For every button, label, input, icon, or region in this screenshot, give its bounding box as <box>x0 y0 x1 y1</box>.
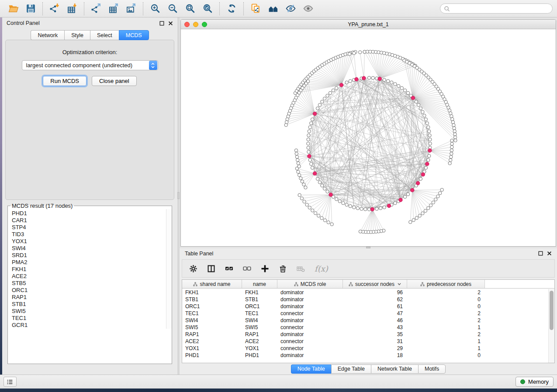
table-splitter-grip[interactable] <box>366 247 370 248</box>
table-row[interactable]: FKH1FKH1dominator962 <box>182 289 548 296</box>
table-row[interactable]: SWI5SWI5connector431 <box>182 324 548 331</box>
mcds-result-item[interactable]: PHD1 <box>12 210 172 217</box>
close-table-panel-icon[interactable] <box>547 251 552 256</box>
deselect-all-rows-button[interactable] <box>243 265 251 273</box>
table-cell: 18 <box>343 352 407 359</box>
close-panel-icon[interactable] <box>168 21 173 26</box>
table-tabs: Node TableEdge TableNetwork TableMotifs <box>180 363 557 375</box>
table-row[interactable]: PHD1PHD1dominator180 <box>182 352 548 359</box>
column-header-predecessor-nodes[interactable]: predecessor nodes <box>407 280 485 288</box>
table-scrollbar-thumb[interactable] <box>550 291 554 330</box>
tab-select[interactable]: Select <box>90 30 119 40</box>
window-minimize-icon[interactable] <box>193 22 198 27</box>
window-close-icon[interactable] <box>184 22 190 27</box>
splitter-grip[interactable] <box>177 192 180 199</box>
table-cell: 35 <box>343 331 407 338</box>
table-scrollbar[interactable] <box>548 289 554 363</box>
mcds-result-item[interactable]: PMA2 <box>12 259 172 266</box>
import-network-button[interactable] <box>46 2 63 16</box>
mcds-result-item[interactable]: SWI5 <box>12 308 172 315</box>
mcds-result-item[interactable]: FKH1 <box>12 266 172 273</box>
table-cell: dominator <box>277 303 343 310</box>
add-row-button[interactable] <box>261 265 269 273</box>
mcds-result-item[interactable]: YOX1 <box>12 238 172 245</box>
mcds-result-item[interactable]: CAR1 <box>12 217 172 224</box>
desktop-bottom-edge <box>0 389 557 392</box>
mcds-result-item[interactable]: STP4 <box>12 224 172 231</box>
tab-mcds[interactable]: MCDS <box>119 30 149 40</box>
save-session-button[interactable] <box>22 2 39 16</box>
table-panel-title: Table Panel <box>185 251 213 257</box>
mcds-list-scrollbar[interactable] <box>166 209 172 329</box>
mcds-hub-node <box>362 76 366 80</box>
tab-network-table[interactable]: Network Table <box>371 364 418 374</box>
tab-node-table[interactable]: Node Table <box>291 364 331 374</box>
mcds-hub-node <box>428 148 432 152</box>
new-network-from-selection-button[interactable] <box>247 2 264 16</box>
tab-motifs[interactable]: Motifs <box>418 364 446 374</box>
add-row-icon <box>261 265 269 273</box>
select-all-rows-button[interactable] <box>225 265 233 273</box>
table-row[interactable]: YOX1YOX1connector291 <box>182 345 548 352</box>
close-panel-button[interactable]: Close panel <box>92 76 137 86</box>
float-panel-icon[interactable] <box>159 21 164 26</box>
zoom-fit-button[interactable] <box>181 2 199 16</box>
show-all-button[interactable] <box>299 2 317 16</box>
mcds-result-item[interactable]: STB1 <box>12 301 172 308</box>
mcds-hub-node <box>329 193 333 197</box>
export-network-button[interactable] <box>87 2 105 16</box>
mcds-result-item[interactable]: TID3 <box>12 231 172 238</box>
run-mcds-button[interactable]: Run MCDS <box>43 76 86 86</box>
toolbar-group <box>143 2 216 15</box>
memory-button[interactable]: Memory <box>515 377 554 387</box>
search-input[interactable] <box>452 6 549 12</box>
mcds-result-item[interactable]: STB5 <box>12 280 172 287</box>
mcds-result-item[interactable]: ORC1 <box>12 287 172 294</box>
column-header-name[interactable]: name <box>242 280 277 288</box>
panel-splitter[interactable] <box>177 17 180 375</box>
table-splitter[interactable] <box>180 247 557 248</box>
tab-edge-table[interactable]: Edge Table <box>331 364 371 374</box>
zoom-out-button[interactable] <box>164 2 181 16</box>
mcds-result-item[interactable]: TEC1 <box>12 315 172 322</box>
mcds-result-item[interactable]: RAP1 <box>12 294 172 301</box>
zoom-selected-button[interactable] <box>199 2 216 16</box>
open-file-button[interactable] <box>4 2 22 16</box>
table-row[interactable]: TEC1TEC1connector472 <box>182 310 548 317</box>
network-canvas[interactable] <box>181 29 556 246</box>
optimization-select[interactable]: largest connected component (undirected) <box>22 60 158 70</box>
mcds-result-item[interactable]: ACE2 <box>12 273 172 280</box>
table-settings-button[interactable] <box>189 265 197 273</box>
export-table-button[interactable] <box>105 2 122 16</box>
table-cell: connector <box>277 310 343 317</box>
zoom-selected-icon <box>202 3 213 14</box>
table-row[interactable]: SWI4SWI4dominator462 <box>182 317 548 324</box>
tab-style[interactable]: Style <box>64 30 90 40</box>
table-cell: connector <box>277 324 343 331</box>
task-history-button[interactable] <box>3 377 17 387</box>
table-row[interactable]: RAP1RAP1dominator352 <box>182 331 548 338</box>
first-neighbors-button[interactable] <box>264 2 282 16</box>
network-window-titlebar: YPA_prune.txt_1 <box>181 20 556 29</box>
import-table-button[interactable] <box>63 2 81 16</box>
export-image-button[interactable] <box>122 2 140 16</box>
column-header-successor-nodes[interactable]: successor nodes <box>343 280 407 288</box>
hide-selected-button[interactable] <box>282 2 299 16</box>
column-header-MCDS-role[interactable]: MCDS role <box>277 280 343 288</box>
mcds-result-item[interactable]: SRD1 <box>12 252 172 259</box>
mcds-result-item[interactable]: SWI4 <box>12 245 172 252</box>
column-header-shared-name[interactable]: shared name <box>182 280 242 288</box>
mcds-result-item[interactable]: GCR1 <box>12 322 172 329</box>
search-box[interactable] <box>440 3 553 14</box>
float-table-panel-icon[interactable] <box>538 251 543 256</box>
window-maximize-icon[interactable] <box>202 22 207 27</box>
table-cell: dominator <box>277 289 343 296</box>
zoom-in-button[interactable] <box>146 2 164 16</box>
table-row[interactable]: STB1STB1dominator620 <box>182 296 548 303</box>
tab-network[interactable]: Network <box>31 30 64 40</box>
show-columns-button[interactable] <box>207 265 215 273</box>
table-row[interactable]: ORC1ORC1dominator610 <box>182 303 548 310</box>
refresh-button[interactable] <box>223 2 240 16</box>
table-row[interactable]: ACE2ACE2connector311 <box>182 338 548 345</box>
delete-row-button[interactable] <box>279 265 287 273</box>
